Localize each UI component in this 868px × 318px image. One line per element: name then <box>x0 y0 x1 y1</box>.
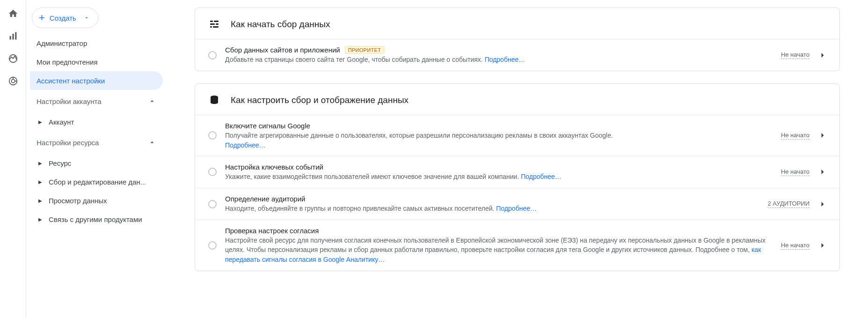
advertising-icon[interactable] <box>8 76 18 86</box>
nav-prefs[interactable]: Мои предпочтения <box>30 52 163 71</box>
group-label: Настройки ресурса <box>36 139 99 147</box>
main-content: Как начать сбор данных Сбор данных сайто… <box>167 0 868 318</box>
task-desc-text: Настройте свой ресурс для получения согл… <box>225 237 766 253</box>
explore-icon[interactable] <box>8 53 18 64</box>
subitem-label: Сбор и редактирование дан... <box>49 178 146 186</box>
task-title: Проверка настроек согласия <box>225 227 319 235</box>
chevron-down-icon <box>84 15 89 21</box>
status-badge: 2 АУДИТОРИИ <box>767 200 810 208</box>
svg-rect-9 <box>216 23 219 25</box>
database-icon <box>208 94 220 106</box>
svg-rect-10 <box>210 26 212 28</box>
radio-icon <box>208 51 217 59</box>
priority-badge: ПРИОРИТЕТ <box>345 46 384 54</box>
task-title: Сбор данных сайтов и приложений <box>225 46 340 54</box>
svg-rect-8 <box>210 23 215 25</box>
sidebar: + Создать Администратор Мои предпочтения… <box>26 0 167 318</box>
svg-rect-6 <box>210 21 213 22</box>
plus-icon: + <box>39 13 45 23</box>
task-body: Определение аудиторий Находите, объединя… <box>225 195 759 213</box>
task-desc: Находите, объединяйте в группы и повторн… <box>225 204 759 213</box>
left-rail <box>0 0 26 318</box>
learn-more-link[interactable]: Подробнее… <box>225 141 266 149</box>
learn-more-link[interactable]: Подробнее… <box>521 173 562 180</box>
task-desc: Добавьте на страницы своего сайта тег Go… <box>225 55 773 64</box>
task-body: Настройка ключевых событий Укажите, каки… <box>225 163 773 181</box>
group-property-settings[interactable]: Настройки ресурса <box>30 131 163 154</box>
card-header: Как настроить сбор и отображение данных <box>195 84 839 115</box>
subitem-label: Связь с другими продуктами <box>49 215 142 223</box>
chevron-up-icon <box>148 138 156 147</box>
nav-account[interactable]: ▶ Аккаунт <box>30 112 163 131</box>
task-google-signals[interactable]: Включите сигналы Google Получайте агреги… <box>195 115 839 155</box>
task-title: Определение аудиторий <box>225 195 305 203</box>
task-desc: Укажите, какие взаимодействия пользовате… <box>225 172 773 181</box>
radio-icon <box>208 131 217 140</box>
status-badge: Не начато <box>781 168 810 176</box>
task-body: Проверка настроек согласия Настройте сво… <box>225 227 773 264</box>
status-badge: Не начато <box>781 132 810 140</box>
group-label: Настройки аккаунта <box>36 97 102 105</box>
card-title: Как настроить сбор и отображение данных <box>231 95 408 105</box>
task-desc-text: Укажите, какие взаимодействия пользовате… <box>225 173 521 180</box>
card-start-collection: Как начать сбор данных Сбор данных сайто… <box>195 7 840 71</box>
task-title: Включите сигналы Google <box>225 122 310 130</box>
group-account-settings[interactable]: Настройки аккаунта <box>30 90 163 112</box>
radio-icon <box>208 200 217 208</box>
nav-data-display[interactable]: ▶ Просмотр данных <box>30 191 163 210</box>
svg-rect-7 <box>214 21 219 22</box>
task-consent-check[interactable]: Проверка настроек согласия Настройте сво… <box>195 220 839 271</box>
chevron-right-icon <box>818 131 827 140</box>
task-body: Включите сигналы Google Получайте агреги… <box>225 122 773 149</box>
card-title: Как начать сбор данных <box>231 19 330 30</box>
radio-icon <box>208 168 217 176</box>
stream-icon <box>208 18 220 30</box>
task-desc: Настройте свой ресурс для получения согл… <box>225 236 773 264</box>
task-desc-text: Находите, объединяйте в группы и повторн… <box>225 205 496 212</box>
svg-rect-0 <box>9 36 11 40</box>
subitem-label: Аккаунт <box>49 118 74 126</box>
card-header: Как начать сбор данных <box>195 8 839 39</box>
svg-rect-11 <box>213 26 219 28</box>
task-audiences[interactable]: Определение аудиторий Находите, объединя… <box>195 188 839 220</box>
nav-assistant[interactable]: Ассистент настройки <box>30 71 163 90</box>
learn-more-link[interactable]: Подробнее… <box>485 56 525 63</box>
status-badge: Не начато <box>781 51 810 59</box>
chevron-right-icon <box>818 167 827 177</box>
svg-rect-2 <box>15 32 16 40</box>
chevron-right-icon <box>818 51 827 60</box>
task-web-app-collection[interactable]: Сбор данных сайтов и приложений ПРИОРИТЕ… <box>195 39 839 71</box>
task-key-events[interactable]: Настройка ключевых событий Укажите, каки… <box>195 156 839 188</box>
task-desc-text: Добавьте на страницы своего сайта тег Go… <box>225 56 485 63</box>
reports-icon[interactable] <box>8 31 18 41</box>
chevron-right-icon <box>818 241 827 250</box>
task-title: Настройка ключевых событий <box>225 163 323 171</box>
radio-icon <box>208 241 217 250</box>
caret-right-icon: ▶ <box>38 179 43 185</box>
card-configure-data: Как настроить сбор и отображение данных … <box>195 83 840 271</box>
create-label: Создать <box>50 14 76 22</box>
create-button[interactable]: + Создать <box>32 7 98 28</box>
chevron-up-icon <box>148 97 156 105</box>
caret-right-icon: ▶ <box>38 198 43 203</box>
learn-more-link[interactable]: Подробнее… <box>496 205 537 212</box>
caret-right-icon: ▶ <box>38 161 43 166</box>
nav-property[interactable]: ▶ Ресурс <box>30 154 163 172</box>
svg-rect-1 <box>12 34 14 40</box>
caret-right-icon: ▶ <box>38 217 43 222</box>
task-body: Сбор данных сайтов и приложений ПРИОРИТЕ… <box>225 46 773 64</box>
nav-admin[interactable]: Администратор <box>30 34 163 52</box>
task-desc: Получайте агрегированные данные о пользо… <box>225 131 773 140</box>
home-icon[interactable] <box>8 8 18 19</box>
nav-product-links[interactable]: ▶ Связь с другими продуктами <box>30 210 163 229</box>
subitem-label: Просмотр данных <box>49 197 107 205</box>
caret-right-icon: ▶ <box>38 119 43 125</box>
svg-point-5 <box>11 79 15 82</box>
status-badge: Не начато <box>781 242 810 250</box>
subitem-label: Ресурс <box>49 159 71 167</box>
chevron-right-icon <box>818 200 827 209</box>
nav-data-collection[interactable]: ▶ Сбор и редактирование дан... <box>30 172 163 191</box>
